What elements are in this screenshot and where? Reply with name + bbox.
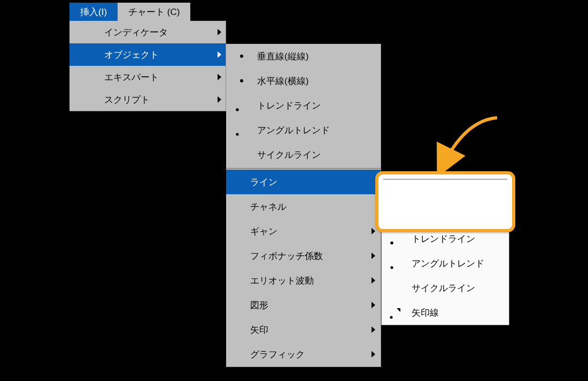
- submenu-arrow-icon: [372, 277, 375, 284]
- horizontal-line-icon: [235, 74, 250, 88]
- menu-label: アングルトレンド: [412, 257, 484, 270]
- menu-label: スクリプト: [104, 94, 150, 106]
- menubar-tab-insert[interactable]: 挿入(I): [69, 3, 118, 21]
- menu-label: エキスパート: [104, 71, 159, 83]
- submenu-arrow-icon: [218, 29, 221, 35]
- menu-separator: [226, 168, 381, 169]
- submenu-arrow-icon: [372, 326, 375, 333]
- trend-line-icon: [389, 232, 404, 246]
- menubar-tab-chart[interactable]: チャート (C): [118, 3, 190, 21]
- menu-item-horizontal-line[interactable]: 水平線(横線): [382, 202, 509, 226]
- line-submenu: 垂直線(縦線) 水平線(横線) トレンドライン アングルトレンド サイクルライン…: [381, 177, 509, 325]
- insert-menu: インディケータ オブジェクト エキスパート スクリプト: [69, 21, 226, 111]
- angle-trend-icon: [389, 256, 404, 270]
- menu-label: オブジェクト: [104, 49, 159, 61]
- vertical-line-icon: [235, 49, 250, 63]
- menu-label: トレンドライン: [257, 100, 321, 112]
- menu-label: 垂直線(縦線): [412, 184, 463, 196]
- menu-label: 矢印: [250, 324, 268, 336]
- menu-item-elliott[interactable]: エリオット波動: [226, 268, 381, 293]
- submenu-arrow-icon: [372, 253, 375, 259]
- menu-item-gann[interactable]: ギャン: [226, 219, 381, 243]
- menu-label: インディケータ: [104, 26, 168, 39]
- menu-item-fibonacci[interactable]: フィボナッチ係数: [226, 243, 381, 268]
- callout-arrow-icon: [433, 115, 502, 174]
- menu-label: 垂直線(縦線): [257, 50, 308, 63]
- menu-label: サイクルライン: [257, 149, 321, 161]
- angle-trend-icon: [235, 123, 250, 137]
- menubar-tab-label: チャート (C): [128, 7, 180, 17]
- menu-item-trend-line[interactable]: トレンドライン: [226, 93, 381, 118]
- menu-label: サイクルライン: [412, 282, 475, 294]
- menu-item-script[interactable]: スクリプト: [69, 88, 226, 111]
- menu-label: 矢印線: [412, 307, 439, 319]
- menu-item-shape[interactable]: 図形: [226, 293, 381, 317]
- menu-label: 水平線(横線): [257, 75, 308, 87]
- menu-label: ギャン: [250, 225, 277, 238]
- menu-item-cycle-lines[interactable]: サイクルライン: [226, 142, 381, 167]
- menu-label: エリオット波動: [250, 275, 314, 287]
- menu-label: 図形: [250, 299, 268, 311]
- submenu-arrow-icon: [218, 74, 221, 80]
- menu-item-vertical-line[interactable]: 垂直線(縦線): [226, 44, 381, 68]
- cycle-lines-icon: [235, 148, 250, 162]
- submenu-arrow-icon: [372, 302, 375, 308]
- arrow-line-icon: [389, 306, 404, 319]
- menu-item-graphic[interactable]: グラフィック: [226, 342, 381, 367]
- menubar: 挿入(I) チャート (C): [69, 3, 190, 22]
- menu-item-cycle-lines[interactable]: サイクルライン: [382, 276, 509, 300]
- trend-line-icon: [235, 98, 250, 112]
- submenu-arrow-icon: [218, 51, 221, 58]
- menu-item-angle-trend[interactable]: アングルトレンド: [382, 251, 509, 276]
- menu-item-trend-line[interactable]: トレンドライン: [382, 226, 509, 251]
- object-submenu: 垂直線(縦線) 水平線(横線) トレンドライン アングルトレンド サイクルライン…: [226, 44, 381, 367]
- menu-label: チャネル: [250, 201, 287, 213]
- submenu-arrow-icon: [372, 228, 375, 234]
- vertical-line-icon: [389, 182, 404, 196]
- menu-item-angle-trend[interactable]: アングルトレンド: [226, 118, 381, 142]
- menu-label: グラフィック: [250, 348, 305, 361]
- menu-item-object[interactable]: オブジェクト: [69, 43, 226, 66]
- submenu-arrow-icon: [218, 96, 221, 103]
- menu-item-arrow[interactable]: 矢印: [226, 317, 381, 342]
- menu-item-indicator[interactable]: インディケータ: [69, 21, 226, 43]
- menu-label: ライン: [250, 176, 277, 188]
- horizontal-line-icon: [389, 207, 404, 221]
- menu-item-vertical-line[interactable]: 垂直線(縦線): [382, 177, 509, 202]
- menu-label: アングルトレンド: [257, 124, 330, 136]
- cycle-lines-icon: [389, 281, 404, 295]
- submenu-arrow-icon: [372, 351, 375, 357]
- menu-item-line-category[interactable]: ライン: [226, 170, 381, 194]
- menubar-tab-label: 挿入(I): [80, 7, 107, 17]
- menu-label: 水平線(横線): [412, 208, 463, 220]
- menu-item-horizontal-line[interactable]: 水平線(横線): [226, 68, 381, 93]
- menu-label: フィボナッチ係数: [250, 250, 323, 262]
- menu-item-arrow-line[interactable]: 矢印線: [382, 300, 509, 325]
- menu-label: トレンドライン: [412, 233, 475, 245]
- menu-item-channel[interactable]: チャネル: [226, 194, 381, 219]
- menu-item-expert[interactable]: エキスパート: [69, 66, 226, 88]
